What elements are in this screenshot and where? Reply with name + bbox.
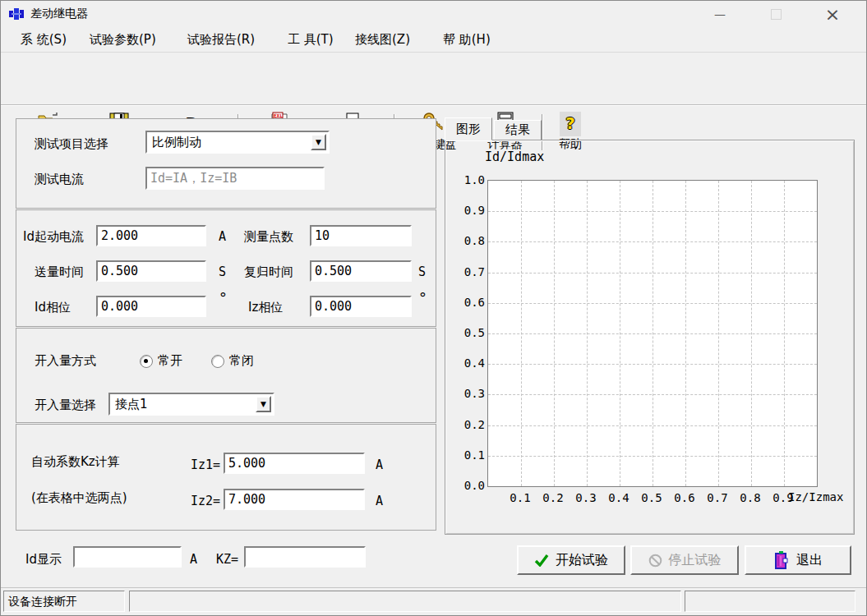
minimize-icon: —	[714, 7, 726, 21]
id-phase-label: Id相位	[35, 300, 71, 315]
radio-normally-closed[interactable]	[211, 355, 224, 368]
test-item-value: 比例制动	[152, 135, 201, 150]
radio-normally-open-label[interactable]: 常开	[158, 353, 182, 369]
dropdown-arrow-icon[interactable]: ▼	[311, 134, 326, 150]
y-tick-label: 0.8	[449, 233, 485, 248]
gridline-horizontal	[488, 394, 817, 395]
send-time-unit: S	[219, 264, 226, 279]
kz-display-label: KZ=	[216, 552, 238, 567]
minimize-button[interactable]: —	[701, 1, 739, 27]
test-current-input[interactable]	[145, 167, 325, 190]
test-current-label: 测试电流	[35, 172, 84, 187]
send-time-input[interactable]	[96, 260, 206, 282]
y-tick-label: 0.9	[449, 203, 485, 218]
start-test-label: 开始试验	[556, 552, 608, 569]
measure-points-input[interactable]	[310, 225, 412, 246]
tab-result[interactable]: 结果	[494, 120, 542, 140]
help-question-icon: ?	[560, 112, 581, 136]
gridline-vertical	[718, 181, 719, 486]
input-select-value: 接点1	[115, 397, 148, 412]
tab-graph[interactable]: 图形	[445, 117, 492, 140]
input-select-dropdown[interactable]: 接点1 ▼	[108, 393, 274, 416]
id-phase-unit: °	[219, 289, 228, 306]
id-start-current-input[interactable]	[96, 225, 206, 246]
maximize-icon	[771, 9, 782, 20]
menu-bar: 系 统(S) 试验参数(P) 试验报告(R) 工 具(T) 接线图(Z) 帮 助…	[1, 27, 866, 53]
app-icon	[9, 7, 24, 24]
menu-help[interactable]: 帮 助(H)	[443, 32, 491, 48]
app-window: 差动继电器 — × 系 统(S) 试验参数(P) 试验报告(R) 工 具(T) …	[0, 0, 867, 616]
iz2-input[interactable]	[224, 489, 365, 510]
params-group: Id起动电流 A 测量点数 送量时间 S 复归时间 S Id相位 ° Iz相位 …	[16, 209, 436, 327]
input-select-label: 开入量选择	[35, 398, 96, 413]
x-tick-label: 0.7	[705, 490, 730, 505]
id-phase-input[interactable]	[96, 296, 206, 317]
start-test-button[interactable]: 开始试验	[517, 545, 625, 575]
gridline-horizontal	[488, 456, 817, 457]
y-tick-label: 0.3	[449, 386, 485, 401]
gridline-vertical	[784, 181, 785, 486]
gridline-vertical	[685, 181, 686, 486]
x-tick-label: 0.6	[672, 490, 697, 505]
iz-phase-input[interactable]	[310, 296, 412, 317]
x-axis: 0.10.20.30.40.50.60.70.80.9	[487, 490, 816, 505]
maximize-button[interactable]	[757, 1, 795, 27]
x-tick-label: 0.5	[639, 490, 664, 505]
menu-test-params[interactable]: 试验参数(P)	[90, 32, 156, 48]
check-icon	[534, 554, 549, 567]
status-middle	[129, 591, 681, 612]
input-mode-group: 开入量方式 常开 常闭 开入量选择 接点1 ▼	[16, 328, 436, 423]
toolbar: 打开参数 保存参数 D 缺省参数	[1, 53, 866, 105]
kz-calc-subtitle: (在表格中选两点)	[31, 490, 127, 506]
stop-test-label: 停止试验	[669, 552, 722, 569]
close-button[interactable]: ×	[813, 1, 852, 27]
menu-wiring-diagram[interactable]: 接线图(Z)	[355, 32, 410, 48]
send-time-label: 送量时间	[35, 264, 84, 280]
chart-title: Id/Idmax	[485, 149, 544, 164]
status-connection: 设备连接断开	[3, 591, 125, 612]
y-tick-label: 0.0	[449, 478, 485, 493]
plot-area	[487, 180, 818, 487]
iz-phase-unit: °	[418, 289, 427, 306]
stop-test-button[interactable]: 停止试验	[630, 545, 739, 575]
gridline-horizontal	[488, 425, 817, 426]
iz1-input[interactable]	[224, 453, 365, 474]
dropdown-arrow-icon[interactable]: ▼	[256, 396, 271, 412]
kz-calc-title: 自动系数Kz计算	[31, 454, 120, 470]
menu-system[interactable]: 系 统(S)	[21, 32, 67, 48]
x-tick-label: 0.8	[738, 490, 763, 505]
id-display-label: Id显示	[25, 552, 62, 568]
iz1-unit: A	[376, 457, 383, 472]
gridline-horizontal	[488, 333, 817, 334]
id-display-unit: A	[190, 552, 197, 567]
test-item-group: 测试项目选择 比例制动 ▼ 测试电流	[16, 118, 436, 209]
gridline-horizontal	[488, 364, 817, 365]
y-tick-label: 0.7	[449, 264, 485, 279]
x-tick-label: 0.2	[541, 490, 565, 505]
y-tick-label: 0.2	[449, 417, 485, 432]
y-tick-label: 0.6	[449, 295, 485, 310]
radio-normally-open[interactable]	[140, 355, 153, 368]
id-start-current-unit: A	[219, 229, 226, 244]
reset-time-unit: S	[418, 264, 426, 279]
exit-button[interactable]: 退出	[745, 545, 851, 575]
exit-door-icon	[773, 551, 790, 569]
y-axis: 1.00.90.80.70.60.50.40.30.20.10.0	[447, 172, 487, 493]
reset-time-label: 复归时间	[244, 264, 293, 280]
y-tick-label: 0.4	[449, 356, 485, 370]
test-item-dropdown[interactable]: 比例制动 ▼	[145, 131, 330, 154]
x-tick-label: 0.3	[574, 490, 598, 505]
menu-test-report[interactable]: 试验报告(R)	[187, 32, 255, 48]
gridline-vertical	[751, 181, 752, 486]
radio-normally-closed-label[interactable]: 常闭	[229, 353, 254, 369]
iz2-unit: A	[376, 494, 383, 508]
x-axis-title: Iz/Izmax	[788, 490, 843, 503]
measure-points-label: 测量点数	[244, 229, 293, 245]
kz-display-field	[244, 546, 366, 568]
y-tick-label: 0.1	[449, 448, 485, 462]
stop-icon	[648, 554, 662, 568]
statusbar-divider	[1, 587, 866, 588]
menu-tools[interactable]: 工 具(T)	[288, 32, 334, 48]
reset-time-input[interactable]	[310, 260, 412, 282]
iz2-label: Iz2=	[191, 494, 220, 508]
